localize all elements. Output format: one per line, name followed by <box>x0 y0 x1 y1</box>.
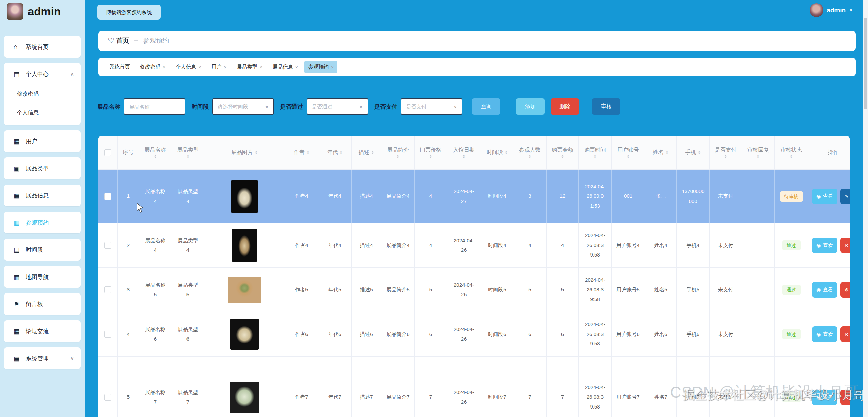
sort-caret-icon[interactable]: ▲▼ <box>724 155 727 159</box>
column-header-paid[interactable]: 是否支付▲▼ <box>710 136 742 170</box>
cell-era: 年代4 <box>318 223 352 267</box>
sort-caret-icon[interactable]: ▲▼ <box>186 155 190 159</box>
sort-caret-icon[interactable]: ▲▼ <box>505 151 508 155</box>
sidebar-item-visit-reservation[interactable]: ▦参观预约 <box>4 212 81 233</box>
add-button[interactable]: 添加 <box>516 98 545 115</box>
view-button[interactable]: ◉查看 <box>812 238 837 253</box>
breadcrumb-home[interactable]: 首页 <box>116 36 129 45</box>
view-button[interactable]: ◉查看 <box>812 189 837 204</box>
sidebar-item-users[interactable]: ▦用户 <box>4 130 81 152</box>
column-header-account[interactable]: 用户账号▲▼ <box>612 136 645 170</box>
sidebar-item-personal-info[interactable]: 个人信息 <box>14 103 74 122</box>
sort-caret-icon[interactable]: ▲▼ <box>790 155 793 159</box>
close-icon[interactable]: × <box>198 64 201 70</box>
table-row[interactable]: 4展品名称6展品类型6作者6年代6描述6展品简介662024-04-26时间段6… <box>98 312 850 357</box>
delete-button[interactable]: ⊗ <box>840 238 850 253</box>
sidebar-item-forum[interactable]: ▦论坛交流 <box>4 320 81 342</box>
view-button[interactable]: ◉查看 <box>812 326 837 342</box>
column-header-intro[interactable]: 展品简介▲▼ <box>381 136 415 170</box>
column-header-person[interactable]: 姓名▲▼ <box>645 136 677 170</box>
column-header-era[interactable]: 年代▲▼ <box>318 136 352 170</box>
exhibit-name-input[interactable] <box>124 98 185 115</box>
sort-caret-icon[interactable]: ▲▼ <box>396 155 399 159</box>
table-row[interactable]: 3展品名称5展品类型5作者5年代5描述5展品简介552024-04-26时间段5… <box>98 268 850 312</box>
sidebar-item-personal-center[interactable]: ▤个人中心∧ <box>14 63 74 85</box>
sort-caret-icon[interactable]: ▲▼ <box>594 155 597 159</box>
column-header-phone[interactable]: 手机▲▼ <box>677 136 710 170</box>
row-checkbox[interactable] <box>104 193 111 200</box>
cell-amount: 5 <box>547 268 579 312</box>
vertical-scrollbar[interactable] <box>863 0 868 417</box>
sidebar-item-change-password[interactable]: 修改密码 <box>14 85 74 103</box>
tab-个人信息[interactable]: 个人信息× <box>172 61 205 73</box>
column-header-type[interactable]: 展品类型▲▼ <box>172 136 204 170</box>
delete-button[interactable]: 删除 <box>551 98 579 115</box>
delete-button[interactable]: ⊗ <box>840 282 850 298</box>
is-passed-select[interactable]: 是否通过 ∨ <box>307 98 368 115</box>
column-header-author[interactable]: 作者▲▼ <box>285 136 318 170</box>
sort-caret-icon[interactable]: ▲▼ <box>255 151 258 155</box>
column-header-slot[interactable]: 时间段▲▼ <box>481 136 513 170</box>
table-row[interactable]: 5展品名称7展品类型7作者7年代7描述7展品简介772024-04-26时间段7… <box>98 357 850 417</box>
sort-caret-icon[interactable]: ▲▼ <box>698 151 701 155</box>
close-icon[interactable]: × <box>224 64 226 70</box>
column-header-status[interactable]: 审核状态▲▼ <box>775 136 808 170</box>
sidebar-item-message-board[interactable]: ⚑留言板 <box>4 293 81 315</box>
column-header-desc[interactable]: 描述▲▼ <box>352 136 381 170</box>
sidebar-item-home[interactable]: ⌂系统首页 <box>4 36 81 58</box>
close-icon[interactable]: × <box>260 64 262 70</box>
sort-caret-icon[interactable]: ▲▼ <box>462 155 466 159</box>
column-header-visitors[interactable]: 参观人数▲▼ <box>513 136 547 170</box>
sort-caret-icon[interactable]: ▲▼ <box>154 155 157 159</box>
app-title-button[interactable]: 博物馆游客预约系统 <box>97 5 161 20</box>
row-checkbox[interactable] <box>104 331 111 338</box>
view-button[interactable]: ◉查看 <box>812 390 837 405</box>
audit-button[interactable]: 审核 <box>592 98 620 115</box>
tab-用户[interactable]: 用户× <box>208 61 230 73</box>
column-header-amount[interactable]: 购票金额▲▼ <box>547 136 579 170</box>
time-slot-select[interactable]: 请选择时间段 ∨ <box>212 98 274 115</box>
query-button[interactable]: 查询 <box>472 98 500 115</box>
sort-caret-icon[interactable]: ▲▼ <box>371 151 374 155</box>
table-row[interactable]: 2展品名称4展品类型4作者4年代4描述4展品简介442024-04-26时间段4… <box>98 223 850 268</box>
column-header-buy_time[interactable]: 购票时间▲▼ <box>579 136 612 170</box>
column-header-name[interactable]: 展品名称▲▼ <box>139 136 172 170</box>
sort-caret-icon[interactable]: ▲▼ <box>307 151 310 155</box>
tab-参观预约[interactable]: 参观预约× <box>304 61 337 73</box>
column-header-price[interactable]: 门票价格▲▼ <box>415 136 447 170</box>
row-checkbox[interactable] <box>104 242 111 249</box>
view-button[interactable]: ◉查看 <box>812 282 837 298</box>
close-icon[interactable]: × <box>331 64 334 70</box>
column-header-reply[interactable]: 审核回复▲▼ <box>742 136 775 170</box>
topbar-user-menu[interactable]: admin ▼ <box>810 3 853 17</box>
sort-caret-icon[interactable]: ▲▼ <box>666 151 669 155</box>
column-header-image[interactable]: 展品图片▲▼ <box>204 136 285 170</box>
tab-展品类型[interactable]: 展品类型× <box>233 61 266 73</box>
delete-button[interactable]: ⊗ <box>840 326 850 342</box>
edit-button[interactable]: ✎ <box>840 189 850 204</box>
column-header-date[interactable]: 入馆日期▲▼ <box>447 136 481 170</box>
table-row[interactable]: 1展品名称4展品类型4作者4年代4描述4展品简介442024-04-27时间段4… <box>98 170 850 223</box>
sort-caret-icon[interactable]: ▲▼ <box>429 155 432 159</box>
sort-caret-icon[interactable]: ▲▼ <box>561 155 564 159</box>
scrollbar-thumb[interactable] <box>864 18 867 109</box>
sort-caret-icon[interactable]: ▲▼ <box>340 151 343 155</box>
is-paid-select[interactable]: 是否支付 ∨ <box>401 98 462 115</box>
close-icon[interactable]: × <box>163 64 165 70</box>
tab-展品信息[interactable]: 展品信息× <box>269 61 302 73</box>
sidebar-item-exhibit-type[interactable]: ▣展品类型 <box>4 157 81 179</box>
select-all-checkbox[interactable] <box>104 149 111 156</box>
row-checkbox[interactable] <box>104 286 111 293</box>
tab-修改密码[interactable]: 修改密码× <box>136 61 169 73</box>
sort-caret-icon[interactable]: ▲▼ <box>757 155 760 159</box>
sidebar-item-system-mgmt[interactable]: ▤系统管理∨ <box>4 347 81 369</box>
sidebar-item-time-slot[interactable]: ▤时间段 <box>4 239 81 261</box>
delete-button[interactable]: ⊗ <box>840 390 850 405</box>
sort-caret-icon[interactable]: ▲▼ <box>528 155 531 159</box>
sort-caret-icon[interactable]: ▲▼ <box>627 155 630 159</box>
sidebar-item-map-nav[interactable]: ▦地图导航 <box>4 266 81 288</box>
row-checkbox[interactable] <box>104 394 111 401</box>
tab-系统首页[interactable]: 系统首页 <box>106 61 134 73</box>
close-icon[interactable]: × <box>295 64 298 70</box>
sidebar-item-exhibit-info[interactable]: ▦展品信息 <box>4 185 81 206</box>
